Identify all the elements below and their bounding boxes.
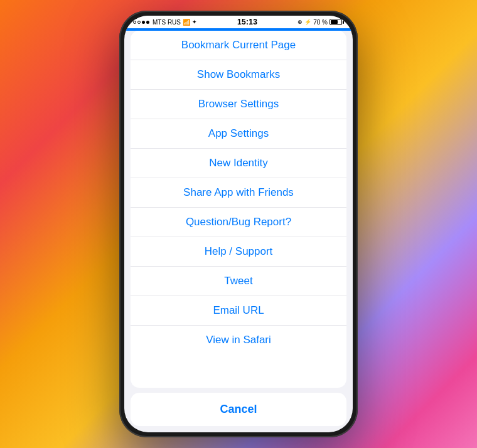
menu-card: Bookmark Current Page Show Bookmarks Bro…	[131, 31, 346, 388]
cancel-button[interactable]: Cancel	[131, 393, 346, 426]
cancel-card: Cancel	[131, 393, 346, 426]
menu-item-show-bookmarks[interactable]: Show Bookmarks	[131, 60, 346, 90]
status-right: ⊕ ⚡ 70 %	[297, 19, 344, 26]
menu-item-app-settings[interactable]: App Settings	[131, 119, 346, 149]
menu-item-view-safari[interactable]: View in Safari	[131, 326, 346, 355]
location-icon: ⊕	[297, 19, 303, 25]
battery-fill	[331, 20, 338, 24]
battery-tip	[343, 21, 344, 24]
menu-item-email-url[interactable]: Email URL	[131, 296, 346, 326]
signal-dot-4	[146, 21, 149, 24]
menu-item-bookmark-current[interactable]: Bookmark Current Page	[131, 31, 346, 60]
phone-screen: MTS RUS 📶 ✦ 15:13 ⊕ ⚡ 70 %	[124, 16, 353, 432]
menu-item-tweet[interactable]: Tweet	[131, 267, 346, 296]
signal-strength-icon: ✦	[192, 19, 197, 25]
signal-dot-3	[142, 21, 145, 24]
menu-item-share-app[interactable]: Share App with Friends	[131, 178, 346, 208]
battery-percent: 70 %	[313, 19, 328, 26]
menu-item-new-identity[interactable]: New Identity	[131, 149, 346, 178]
wifi-icon: 📶	[183, 19, 190, 26]
battery-body	[330, 19, 342, 25]
carrier-name: MTS RUS	[153, 19, 181, 26]
status-left: MTS RUS 📶 ✦	[133, 19, 197, 26]
signal-dot-2	[137, 21, 141, 24]
menu-item-browser-settings[interactable]: Browser Settings	[131, 90, 346, 119]
phone-frame: MTS RUS 📶 ✦ 15:13 ⊕ ⚡ 70 %	[119, 11, 358, 437]
menu-item-help-support[interactable]: Help / Support	[131, 237, 346, 267]
status-time: 15:13	[237, 18, 257, 26]
menu-item-bug-report[interactable]: Question/Bug Report?	[131, 208, 346, 237]
status-bar: MTS RUS 📶 ✦ 15:13 ⊕ ⚡ 70 %	[124, 16, 353, 28]
content-area: Bookmark Current Page Show Bookmarks Bro…	[124, 31, 353, 432]
battery-icon	[330, 19, 344, 25]
signal-dot-1	[133, 21, 136, 24]
bluetooth-icon: ⚡	[304, 19, 311, 25]
signal-icon	[133, 21, 149, 24]
